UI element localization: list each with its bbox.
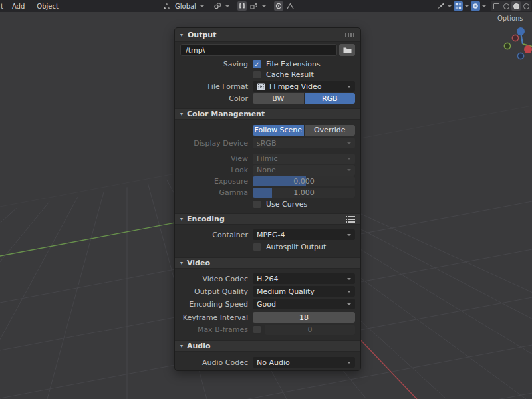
container-row: Container MPEG-4 <box>175 229 360 240</box>
saving-label: Saving <box>180 60 248 68</box>
exposure-label: Exposure <box>180 177 248 186</box>
override-button[interactable]: Override <box>305 125 356 136</box>
view-transform-dropdown[interactable]: Filmic <box>253 154 355 164</box>
section-header-encoding[interactable]: ▾ Encoding <box>175 213 360 225</box>
file-format-dropdown[interactable]: FFmpeg Video <box>253 81 355 92</box>
menu-item-object[interactable]: Object <box>31 3 65 10</box>
y-axis-line <box>0 218 200 256</box>
cache-result-checkbox[interactable] <box>253 70 261 79</box>
shading-material-button[interactable] <box>511 1 521 11</box>
encoding-speed-row: Encoding Speed Good <box>175 299 360 309</box>
video-codec-value: H.264 <box>257 275 279 283</box>
pivot-point-icon[interactable] <box>212 1 223 11</box>
shading-solid-button[interactable] <box>501 1 511 11</box>
autosplit-output-checkbox-label[interactable]: Autosplit Output <box>266 243 326 251</box>
container-label: Container <box>180 231 248 239</box>
audio-codec-dropdown[interactable]: No Audio <box>253 357 355 368</box>
file-format-label: File Format <box>180 82 248 91</box>
expand-caret-icon: ▾ <box>180 343 183 349</box>
chevron-down-icon <box>347 291 351 293</box>
expand-caret-icon[interactable]: ▾ <box>180 32 183 38</box>
open-file-browser-button[interactable] <box>339 44 355 56</box>
viewport-header: t Add Object Global <box>0 0 532 12</box>
file-format-row: File Format FFmpeg Video <box>175 81 360 92</box>
section-title: Video <box>187 259 210 267</box>
presets-menu-icon[interactable] <box>346 216 355 223</box>
cache-result-checkbox-label[interactable]: Cache Result <box>266 70 314 79</box>
shading-rendered-button[interactable] <box>521 1 531 11</box>
output-path-input[interactable]: /tmp\ <box>180 44 337 56</box>
chevron-down-icon[interactable] <box>482 5 486 7</box>
max-bframes-field[interactable]: 0 <box>265 325 355 335</box>
section-header-color-management[interactable]: ▾ Color Management <box>175 108 360 120</box>
chevron-down-icon[interactable] <box>262 5 266 7</box>
file-extensions-row: Saving ✓ File Extensions <box>175 59 360 69</box>
encoding-speed-dropdown[interactable]: Good <box>253 299 355 309</box>
chevron-down-icon[interactable] <box>200 5 204 7</box>
chevron-down-icon[interactable] <box>225 5 229 7</box>
snap-target-icon[interactable] <box>249 1 259 11</box>
show-overlays-toggle[interactable] <box>454 1 463 11</box>
chevron-down-icon <box>347 278 351 280</box>
keyframe-interval-field[interactable]: 18 <box>253 312 355 323</box>
display-device-dropdown[interactable]: sRGB <box>253 138 355 148</box>
use-curves-checkbox[interactable] <box>253 200 261 209</box>
autosplit-output-checkbox[interactable] <box>253 243 261 251</box>
gizmo-z-axis <box>517 27 525 35</box>
output-quality-row: Output Quality Medium Quality <box>175 286 360 297</box>
section-title: Encoding <box>187 215 225 223</box>
expand-caret-icon: ▾ <box>180 216 183 222</box>
max-bframes-row: Max B-frames 0 <box>175 325 360 334</box>
chevron-down-icon[interactable] <box>448 5 452 7</box>
gamma-row: Gamma 1.000 <box>175 188 360 198</box>
navigation-gizmo[interactable] <box>503 24 532 65</box>
chevron-down-icon <box>347 86 351 88</box>
proportional-falloff-icon[interactable] <box>285 1 295 11</box>
look-dropdown[interactable]: None <box>253 165 355 176</box>
file-format-value: FFmpeg Video <box>269 82 321 91</box>
xray-toggle[interactable] <box>471 1 480 11</box>
color-bw-button[interactable]: BW <box>253 93 304 104</box>
snap-magnet-icon[interactable] <box>237 1 247 11</box>
output-quality-value: Medium Quality <box>257 287 315 296</box>
proportional-editing-icon[interactable] <box>274 1 283 11</box>
max-bframes-checkbox[interactable] <box>253 325 261 334</box>
panel-header-output[interactable]: ▾ Output <box>175 28 360 42</box>
video-codec-dropdown[interactable]: H.264 <box>253 273 355 284</box>
encoding-speed-value: Good <box>257 300 276 309</box>
chevron-down-icon <box>347 169 351 171</box>
display-device-label: Display Device <box>180 139 248 148</box>
use-curves-checkbox-label[interactable]: Use Curves <box>266 200 307 209</box>
show-gizmos-icon[interactable] <box>436 1 446 11</box>
shading-wireframe-button[interactable] <box>491 1 501 11</box>
container-dropdown[interactable]: MPEG-4 <box>253 229 355 240</box>
panel-title: Output <box>188 31 216 39</box>
view-row: View Filmic <box>175 154 360 164</box>
gizmo-neg-y-axis <box>504 43 510 49</box>
output-quality-dropdown[interactable]: Medium Quality <box>253 286 355 297</box>
options-dropdown[interactable]: Options <box>497 15 523 22</box>
file-extensions-checkbox[interactable]: ✓ <box>253 60 261 68</box>
look-value: None <box>257 166 276 174</box>
section-header-video[interactable]: ▾ Video <box>175 257 360 269</box>
display-device-row: Display Device sRGB <box>175 138 360 148</box>
viewport-shading-group <box>491 1 531 11</box>
exposure-slider[interactable]: 0.000 <box>253 176 355 186</box>
section-header-audio[interactable]: ▾ Audio <box>175 340 360 352</box>
menu-item-add[interactable]: Add <box>6 3 31 10</box>
chevron-down-icon[interactable] <box>465 5 469 7</box>
gizmo-neg-z-axis <box>517 53 523 59</box>
transform-orientation-value[interactable]: Global <box>174 3 198 10</box>
encoding-speed-label: Encoding Speed <box>180 300 248 309</box>
file-extensions-checkbox-label[interactable]: File Extensions <box>266 60 321 68</box>
color-rgb-button[interactable]: RGB <box>305 93 356 104</box>
expand-caret-icon: ▾ <box>180 111 183 117</box>
menu-item-clipped[interactable]: t <box>0 3 6 10</box>
gamma-slider[interactable]: 1.000 <box>253 188 355 198</box>
gamma-value: 1.000 <box>253 188 355 198</box>
chevron-down-icon <box>347 158 351 160</box>
cm-mode-row: Follow Scene Override <box>175 125 360 135</box>
panel-options-grip-icon[interactable] <box>345 33 355 37</box>
chevron-down-icon <box>347 234 351 236</box>
follow-scene-button[interactable]: Follow Scene <box>253 125 304 136</box>
